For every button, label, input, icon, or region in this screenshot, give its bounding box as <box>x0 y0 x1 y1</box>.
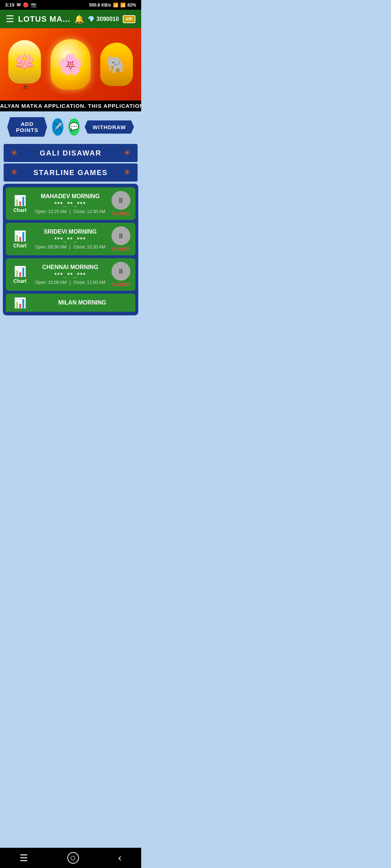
star-left-icon-2: ✳ <box>11 168 17 177</box>
game-info-3: CHENNAI MORNING ***_**_*** Open: 10:00 A… <box>33 264 107 285</box>
starline-games-label: STARLINE GAMES <box>33 169 108 177</box>
withdraw-button[interactable]: WITHDRAW <box>85 120 134 134</box>
closed-badge-1: CLOSED <box>112 211 130 216</box>
close-time-2: Close: 10:30 AM <box>73 244 105 250</box>
wifi-icon: 📶 <box>113 3 118 8</box>
divider-1: | <box>70 209 71 214</box>
status-right: 500.8 KB/s 📶 📶 82% <box>89 3 136 8</box>
starline-games-banner[interactable]: ✳ STARLINE GAMES ✳ <box>4 163 138 182</box>
game-card-milan-morning-partial: 📊 MILAN MORNING <box>6 294 135 312</box>
time-display: 3:15 <box>5 2 14 8</box>
ticker-bar: ALYAN MATKA APPLICATION. THIS APPLICATIO… <box>0 101 141 111</box>
status-bar: 3:15 ✉ 🔴 📷 500.8 KB/s 📶 📶 82% <box>0 0 141 10</box>
open-time-3: Open: 10:00 AM <box>35 280 67 285</box>
network-speed: 500.8 KB/s <box>89 3 111 8</box>
whatsapp-button[interactable]: 💬 <box>68 118 80 136</box>
game-info-4: MILAN MORNING <box>33 299 131 306</box>
game-times-3: Open: 10:00 AM | Close: 11:00 AM <box>35 280 105 285</box>
deity-saraswati: 🪷 🎵 <box>8 40 41 89</box>
banner-art: 🪷 🎵 🌸 🐘 <box>0 28 141 101</box>
pause-icon-3: ⏸ <box>117 267 125 276</box>
game-result-3: ***_**_*** <box>54 272 86 278</box>
pause-icon-2: ⏸ <box>117 232 125 240</box>
game-card-chennai-morning: 📊 Chart CHENNAI MORNING ***_**_*** Open:… <box>6 258 135 291</box>
game-info-1: MAHADEV MORNING ***_**_*** Open: 12:25 A… <box>33 193 107 214</box>
notification-icon: 🔴 <box>23 2 29 8</box>
chart-icon-1: 📊 <box>14 195 26 207</box>
app-title: LOTUS MA... <box>18 14 70 24</box>
games-section: 📊 Chart MAHADEV MORNING ***_**_*** Open:… <box>3 184 138 315</box>
diamond-icon: 💎 <box>88 16 95 22</box>
game-times-1: Open: 12:25 AM | Close: 12:30 AM <box>35 209 105 214</box>
header-right: 🔔 💎 3090010 VIP <box>74 14 135 24</box>
closed-badge-3: CLOSED <box>112 282 130 287</box>
status-left: 3:15 ✉ 🔴 📷 <box>5 2 37 8</box>
instagram-icon: 📷 <box>31 2 37 8</box>
telegram-icon: ✈️ <box>53 122 63 132</box>
vip-badge: VIP <box>123 15 135 23</box>
game-action-2: ⏸ CLOSED <box>111 226 131 252</box>
hamburger-menu-button[interactable]: ☰ <box>6 13 14 25</box>
chart-section-3: 📊 Chart <box>10 265 30 284</box>
star-right-icon: ✳ <box>124 148 130 158</box>
chart-label-3[interactable]: Chart <box>13 278 27 284</box>
bell-icon: 🔔 <box>74 14 84 24</box>
telegram-button[interactable]: ✈️ <box>52 118 63 136</box>
game-result-2: ***_**_*** <box>54 237 86 243</box>
action-row: ADD POINTS ✈️ 💬 WITHDRAW <box>0 111 141 142</box>
add-points-button[interactable]: ADD POINTS <box>7 117 47 137</box>
points-display: 💎 3090010 <box>88 16 119 22</box>
open-time-1: Open: 12:25 AM <box>35 209 67 214</box>
pause-icon-1: ⏸ <box>117 196 125 205</box>
notification-bell-button[interactable]: 🔔 <box>74 14 84 24</box>
divider-3: | <box>70 280 71 285</box>
chart-icon-4: 📊 <box>14 297 26 309</box>
battery-display: 82% <box>127 3 136 8</box>
game-times-2: Open: 09:30 AM | Close: 10:30 AM <box>35 244 105 250</box>
game-card-sridevi-morning: 📊 Chart SRIDEVI MORNING ***_**_*** Open:… <box>6 223 135 255</box>
pause-button-3[interactable]: ⏸ <box>112 262 130 281</box>
signal-icon: 📶 <box>120 3 126 8</box>
app-header: ☰ LOTUS MA... 🔔 💎 3090010 VIP <box>0 10 141 28</box>
whatsapp-icon: 💬 <box>69 122 79 132</box>
gali-disawar-label: GALI DISAWAR <box>40 149 102 157</box>
game-name-4: MILAN MORNING <box>58 299 106 306</box>
game-name-2: SRIDEVI MORNING <box>44 229 97 235</box>
close-time-3: Close: 11:00 AM <box>73 280 105 285</box>
game-action-3: ⏸ CLOSED <box>111 262 131 287</box>
chart-label-1[interactable]: Chart <box>13 207 27 213</box>
chart-icon-2: 📊 <box>14 230 26 242</box>
game-action-1: ⏸ CLOSED <box>111 191 131 216</box>
banner-image: 🪷 🎵 🌸 🐘 <box>0 28 141 101</box>
pause-button-1[interactable]: ⏸ <box>112 191 130 210</box>
gali-disawar-banner[interactable]: ✳ GALI DISAWAR ✳ <box>4 144 138 162</box>
pause-button-2[interactable]: ⏸ <box>112 226 130 245</box>
closed-badge-2: CLOSED <box>112 247 130 252</box>
points-value: 3090010 <box>96 16 119 22</box>
star-right-icon-2: ✳ <box>124 168 130 177</box>
game-name-1: MAHADEV MORNING <box>41 193 100 200</box>
open-time-2: Open: 09:30 AM <box>35 244 67 250</box>
star-left-icon: ✳ <box>11 148 17 158</box>
message-icon: ✉ <box>17 2 21 8</box>
deity-lakshmi: 🌸 <box>51 39 91 90</box>
chart-label-2[interactable]: Chart <box>13 243 27 248</box>
game-card-mahadev-morning: 📊 Chart MAHADEV MORNING ***_**_*** Open:… <box>6 187 135 220</box>
close-time-1: Close: 12:30 AM <box>73 209 105 214</box>
game-result-1: ***_**_*** <box>54 201 86 208</box>
chart-section-1: 📊 Chart <box>10 195 30 213</box>
divider-2: | <box>70 244 71 250</box>
ticker-text: ALYAN MATKA APPLICATION. THIS APPLICATIO… <box>0 103 141 109</box>
deity-ganesha: 🐘 <box>100 43 133 86</box>
game-name-3: CHENNAI MORNING <box>42 264 98 271</box>
chart-icon-3: 📊 <box>14 265 26 277</box>
chart-section-2: 📊 Chart <box>10 230 30 248</box>
chart-section-4: 📊 <box>10 297 30 309</box>
game-info-2: SRIDEVI MORNING ***_**_*** Open: 09:30 A… <box>33 229 107 250</box>
